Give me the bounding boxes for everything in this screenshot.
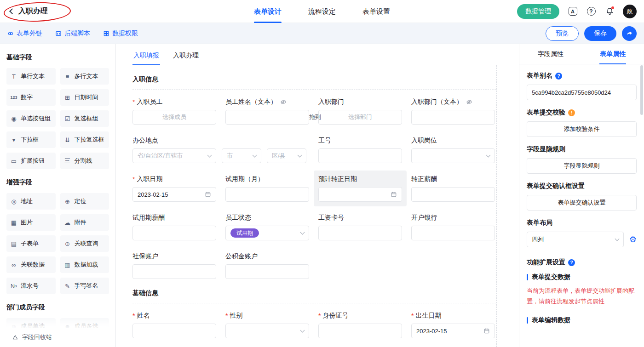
toolbar-link[interactable]: 后端脚本 xyxy=(55,29,90,38)
field-type-button[interactable]: ≡多行文本 xyxy=(60,68,109,85)
field-type-button[interactable]: ▦图片 xyxy=(6,214,56,231)
select-input[interactable] xyxy=(411,148,495,163)
field-type-button[interactable]: ▥数据加载 xyxy=(60,256,109,273)
picker-input[interactable]: 选择成员 xyxy=(132,110,216,125)
field-type-button[interactable]: 三分割线 xyxy=(60,153,109,169)
field-type-button[interactable]: ⊕定位 xyxy=(60,193,109,210)
form-field[interactable]: 公积金账户 xyxy=(225,252,309,279)
text-input[interactable] xyxy=(132,324,216,338)
field-type-button[interactable]: №流水号 xyxy=(6,278,56,294)
gear-icon[interactable]: ⚙ xyxy=(629,235,637,244)
form-field[interactable]: 试用期（月） xyxy=(225,175,309,202)
back-chevron-icon xyxy=(9,8,15,14)
help-icon[interactable]: ? xyxy=(586,6,596,17)
form-field[interactable]: 试用期薪酬 xyxy=(132,214,216,240)
form-field[interactable]: *身份证号 xyxy=(318,312,402,338)
form-field[interactable]: 转正薪酬 xyxy=(411,175,495,202)
field-type-button[interactable]: ⊙关联查询 xyxy=(60,235,109,252)
form-field[interactable]: 入职部门选择部门 xyxy=(318,98,402,125)
region-select[interactable]: 区/县 xyxy=(267,148,306,163)
region-select[interactable]: 省/自治区/直辖市 xyxy=(132,148,216,163)
nav-tab[interactable]: 流程设定 xyxy=(308,0,336,23)
properties-tab[interactable]: 表单属性 xyxy=(582,44,644,64)
bell-icon[interactable] xyxy=(604,6,615,17)
field-type-button[interactable]: T单行文本 xyxy=(6,68,56,85)
field-type-button[interactable]: ◎地址 xyxy=(6,193,56,210)
picker-input[interactable]: 选择部门 xyxy=(318,110,402,125)
form-field[interactable]: 工资卡号 xyxy=(318,214,402,240)
text-input[interactable] xyxy=(411,226,495,240)
layout-select[interactable]: 四列 xyxy=(527,232,624,247)
question-circle-icon[interactable]: ? xyxy=(555,73,562,80)
toolbar-link[interactable]: 表单外链 xyxy=(7,29,42,38)
language-icon[interactable]: A xyxy=(568,6,578,17)
form-field[interactable]: 入职部门（文本） xyxy=(411,98,495,125)
text-input[interactable] xyxy=(318,226,402,240)
form-field[interactable]: 员工状态试用期 xyxy=(225,214,309,240)
field-type-label: 单选按钮组 xyxy=(21,114,51,123)
date-input[interactable]: 2023-02-15 xyxy=(132,187,216,202)
text-input[interactable] xyxy=(225,187,309,202)
select-input[interactable]: 试用期 xyxy=(225,226,309,240)
properties-tab[interactable]: 字段属性 xyxy=(519,44,582,64)
field-type-button[interactable]: ✎手写签名 xyxy=(60,278,109,294)
avatar[interactable]: 政 xyxy=(623,5,637,18)
form-field[interactable]: 入职岗位 xyxy=(411,137,495,163)
fields-grid: *姓名*性别*身份证号*出生日期2023-02-15 xyxy=(132,312,496,338)
field-type-button[interactable]: 123数字 xyxy=(6,89,56,106)
question-circle-icon[interactable]: ? xyxy=(568,259,575,266)
nav-tab[interactable]: 表单设计 xyxy=(254,0,282,23)
canvas-tab[interactable]: 入职办理 xyxy=(172,50,200,65)
form-field[interactable]: *姓名 xyxy=(132,312,216,338)
form-field[interactable]: *出生日期2023-02-15 xyxy=(411,312,495,338)
field-visibility-button[interactable]: 字段显隐规则 xyxy=(527,158,637,174)
field-type-button[interactable]: ☁附件 xyxy=(60,214,109,231)
field-type-button[interactable]: ☑复选框组 xyxy=(60,110,109,127)
field-label-text: 工号 xyxy=(318,137,331,145)
form-field[interactable]: 工号 xyxy=(318,137,402,163)
date-input[interactable]: 2023-02-15 xyxy=(411,324,495,338)
toolbar-link[interactable]: 数据权限 xyxy=(103,29,138,38)
text-input[interactable] xyxy=(411,187,495,202)
field-type-button[interactable]: ∞关联数据 xyxy=(6,256,56,273)
field-type-button[interactable]: ▤子表单 xyxy=(6,235,56,252)
form-field[interactable]: 社保账户 xyxy=(132,252,216,279)
chevron-down-icon xyxy=(486,153,491,158)
form-field[interactable]: 办公地点省/自治区/直辖市市区/县 xyxy=(132,137,309,163)
text-input[interactable] xyxy=(225,264,309,279)
preview-button[interactable]: 预览 xyxy=(546,26,579,41)
field-type-button[interactable]: ▭扩展按钮 xyxy=(6,153,56,169)
field-type-button[interactable]: ⇊下拉复选框 xyxy=(60,131,109,148)
form-alias-input[interactable]: 5ca994b2ca2d5755e8050d24 xyxy=(527,85,637,100)
field-type-button[interactable]: ▾下拉框 xyxy=(6,131,56,148)
select-input[interactable] xyxy=(225,324,309,338)
share-button[interactable] xyxy=(622,26,637,41)
text-input[interactable] xyxy=(132,226,216,240)
form-field[interactable]: *性别 xyxy=(225,312,309,338)
data-manage-button[interactable]: 数据管理 xyxy=(517,4,559,19)
field-type-button[interactable]: ◉单选按钮组 xyxy=(6,110,56,127)
extension-settings-title: 功能扩展设置 ? xyxy=(527,258,637,267)
text-input[interactable] xyxy=(225,110,309,125)
form-field[interactable]: 预计转正日期 xyxy=(314,171,407,206)
form-field[interactable]: 开户银行 xyxy=(411,214,495,240)
nav-tab[interactable]: 表单设置 xyxy=(362,0,390,23)
text-input[interactable] xyxy=(318,148,402,163)
form-field[interactable]: *入职日期2023-02-15 xyxy=(132,175,216,202)
text-input[interactable] xyxy=(318,324,402,338)
date-input[interactable] xyxy=(318,187,402,202)
field-type-button[interactable]: ⊞日期时间 xyxy=(60,89,109,106)
region-select[interactable]: 市 xyxy=(222,148,261,163)
canvas-tab[interactable]: 入职填报 xyxy=(132,50,160,65)
submit-confirm-button[interactable]: 表单提交确认设置 xyxy=(527,195,637,210)
text-input[interactable] xyxy=(411,110,495,125)
form-field[interactable]: 员工姓名（文本） xyxy=(225,98,309,125)
back-button[interactable]: 入职办理 xyxy=(7,4,53,19)
save-button[interactable]: 保存 xyxy=(584,26,616,41)
add-validation-button[interactable]: 添加校验条件 xyxy=(527,121,637,137)
field-recycle-bin[interactable]: 字段回收站 xyxy=(0,328,115,347)
text-input[interactable] xyxy=(132,264,216,279)
form-field[interactable]: *入职员工选择成员 xyxy=(132,98,216,125)
scrollbar-thumb[interactable] xyxy=(640,65,643,115)
toolbar-link-label: 后端脚本 xyxy=(64,29,90,38)
